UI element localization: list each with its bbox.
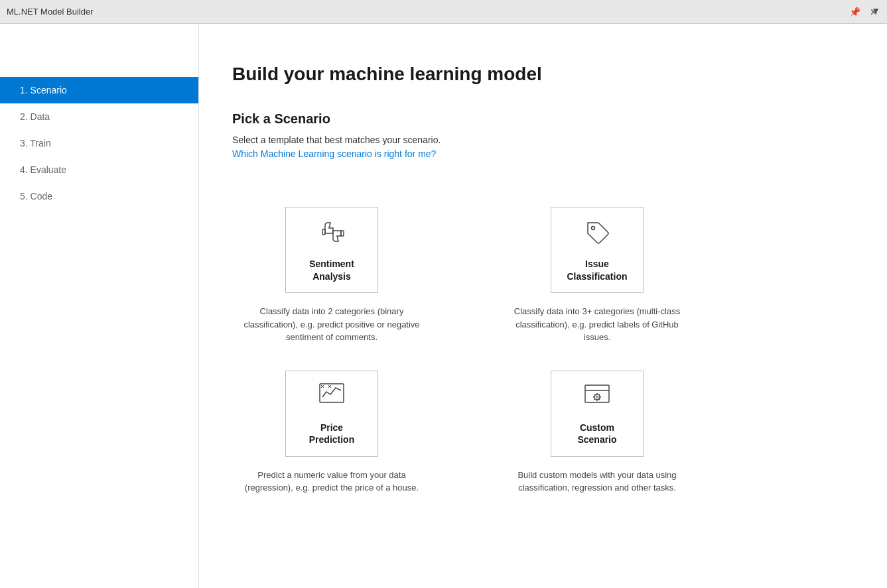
price-desc: Predict a numeric value from your data (… <box>239 469 425 495</box>
scenario-issue-col: IssueClassification Classify data into 3… <box>498 207 697 344</box>
scenario-sentiment-col: SentimentAnalysis Classify data into 2 c… <box>232 207 431 344</box>
custom-icon <box>582 381 612 416</box>
price-label: PricePrediction <box>309 422 354 445</box>
issue-desc: Classify data into 3+ categories (multi-… <box>504 305 690 344</box>
scenario-card-issue[interactable]: IssueClassification <box>551 207 644 293</box>
svg-point-10 <box>594 394 600 400</box>
scenario-card-sentiment[interactable]: SentimentAnalysis <box>285 207 378 293</box>
sidebar-item-train[interactable]: 3. Train <box>0 130 198 156</box>
scenarios-grid: SentimentAnalysis Classify data into 2 c… <box>232 207 697 495</box>
svg-point-11 <box>596 396 598 398</box>
sidebar-item-evaluate[interactable]: 4. Evaluate <box>0 156 198 183</box>
svg-line-16 <box>594 394 595 395</box>
svg-point-2 <box>592 227 595 230</box>
sidebar: 1. Scenario 2. Data 3. Train 4. Evaluate… <box>0 24 199 588</box>
scenario-price-col: PricePrediction Predict a numeric value … <box>232 371 431 495</box>
sentiment-icon <box>317 217 346 253</box>
svg-line-19 <box>594 399 595 400</box>
sidebar-item-scenario[interactable]: 1. Scenario <box>0 77 198 103</box>
sidebar-item-code[interactable]: 5. Code <box>0 183 198 209</box>
issue-label: IssueClassification <box>567 258 627 282</box>
svg-line-17 <box>599 399 600 400</box>
section-desc: Select a template that best matches your… <box>232 135 854 145</box>
title-bar-title: ML.NET Model Builder <box>7 7 847 17</box>
custom-desc: Build custom models with your data using… <box>504 469 690 495</box>
scenario-help-link[interactable]: Which Machine Learning scenario is right… <box>232 148 436 159</box>
sentiment-label: SentimentAnalysis <box>309 258 354 282</box>
scenario-card-custom[interactable]: CustomScenario <box>551 371 644 457</box>
section-title: Pick a Scenario <box>232 111 854 127</box>
sentiment-desc: Classify data into 2 categories (binary … <box>239 305 425 344</box>
main-container: 1. Scenario 2. Data 3. Train 4. Evaluate… <box>0 24 887 588</box>
svg-rect-0 <box>322 229 325 235</box>
pin-button[interactable]: 📌 <box>847 5 863 19</box>
content-area: Build your machine learning model Pick a… <box>199 24 887 588</box>
sidebar-item-data[interactable]: 2. Data <box>0 103 198 130</box>
dropdown-button[interactable]: ▼ <box>871 5 880 16</box>
svg-line-18 <box>599 394 600 395</box>
scenario-custom-col: CustomScenario Build custom models with … <box>498 371 697 495</box>
title-bar: ML.NET Model Builder 📌 ✕ ▼ <box>0 0 887 24</box>
svg-rect-1 <box>341 231 344 236</box>
issue-icon <box>582 217 612 253</box>
price-icon <box>317 381 346 416</box>
scenario-card-price[interactable]: PricePrediction <box>285 371 378 457</box>
custom-label: CustomScenario <box>577 422 616 445</box>
page-title: Build your machine learning model <box>232 64 854 85</box>
